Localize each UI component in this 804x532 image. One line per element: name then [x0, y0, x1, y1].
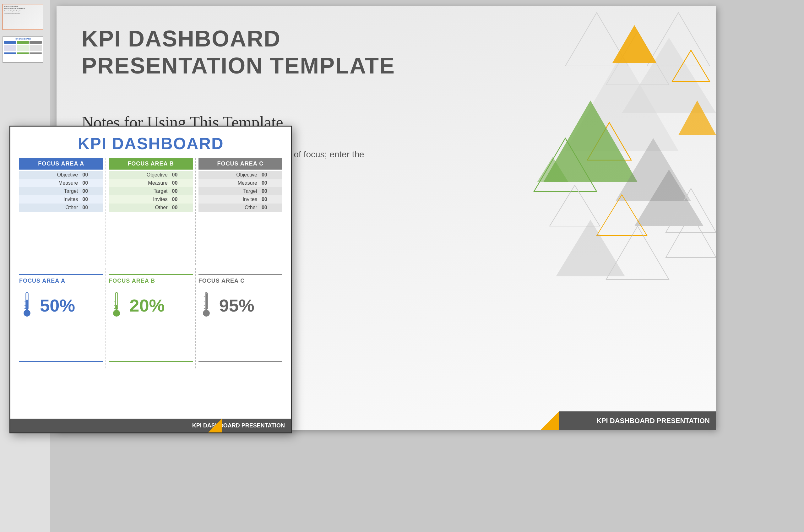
row-label: Target [19, 187, 80, 195]
row-value: 00 [170, 179, 193, 187]
kpi-table-b: Objective 00 Measure 00 Target 00 Invite… [109, 171, 193, 212]
row-label: Other [19, 204, 80, 212]
footer-accent [540, 412, 559, 430]
dashboard-footer-text: KPI DASHBOARD PRESENTATION [192, 422, 285, 429]
row-label: Invites [198, 195, 260, 204]
row-value: 00 [260, 179, 282, 187]
kpi-grid-top: FOCUS AREA A Objective 00 Measure 00 Tar… [11, 158, 291, 265]
table-row: Target 00 [198, 187, 282, 195]
kpi-percent-b: 20% [129, 295, 165, 316]
table-row: Target 00 [19, 187, 103, 195]
row-label: Measure [109, 179, 170, 187]
row-label: Invites [109, 195, 170, 204]
row-label: Measure [198, 179, 260, 187]
slide-thumbnail-1[interactable]: KPI DASHBOARDPRESENTATION TEMPLATE Notes… [2, 4, 43, 30]
table-row: Measure 00 [19, 179, 103, 187]
focus-label-a: FOCUS AREA A [19, 278, 65, 284]
row-label: Invites [19, 195, 80, 204]
row-value: 00 [170, 187, 193, 195]
thermo-row-a: 50% [19, 291, 75, 319]
table-row: Invites 00 [198, 195, 282, 204]
thermometer-icon-c [198, 291, 214, 319]
row-value: 00 [80, 187, 103, 195]
kpi-bottom-col-b: FOCUS AREA B 20% [106, 268, 196, 368]
table-row: Objective 00 [198, 171, 282, 179]
row-value: 00 [170, 195, 193, 204]
row-value: 00 [80, 195, 103, 204]
slide-thumbnail-2[interactable]: KPI DASHBOARD [2, 36, 43, 63]
table-row: Objective 00 [109, 171, 193, 179]
thermo-row-b: 20% [109, 291, 165, 319]
slide1-title: KPI DASHBOARD PRESENTATION TEMPLATE [82, 25, 395, 79]
table-row: Other 00 [19, 204, 103, 212]
table-row: Other 00 [198, 204, 282, 212]
row-label: Other [109, 204, 170, 212]
row-value: 00 [170, 204, 193, 212]
triangles-decoration [434, 6, 716, 430]
kpi-bottom-col-a: FOCUS AREA A 50% [17, 268, 106, 368]
dashboard-title: KPI DASHBOARD [11, 127, 291, 158]
thermo-row-c: 95% [198, 291, 254, 319]
kpi-column-a: FOCUS AREA A Objective 00 Measure 00 Tar… [17, 158, 106, 265]
focus-header-a: FOCUS AREA A [19, 158, 103, 170]
table-row: Measure 00 [198, 179, 282, 187]
focus-label-c: FOCUS AREA C [198, 278, 245, 284]
table-row: Other 00 [109, 204, 193, 212]
row-label: Target [198, 187, 260, 195]
table-row: Objective 00 [19, 171, 103, 179]
row-value: 00 [260, 195, 282, 204]
row-value: 00 [170, 171, 193, 179]
kpi-table-a: Objective 00 Measure 00 Target 00 Invite… [19, 171, 103, 212]
slide1-footer: KPI DASHBOARD PRESENTATION [559, 412, 716, 430]
dashboard-footer: KPI DASHBOARD PRESENTATION [11, 419, 291, 433]
kpi-percent-a: 50% [40, 295, 75, 316]
slide1-footer-text: KPI DASHBOARD PRESENTATION [596, 417, 710, 425]
row-value: 00 [80, 204, 103, 212]
table-row: Invites 00 [109, 195, 193, 204]
table-row: Invites 00 [19, 195, 103, 204]
row-label: Other [198, 204, 260, 212]
row-label: Objective [19, 171, 80, 179]
kpi-bottom: FOCUS AREA A 50% FOCUS AREA B [11, 268, 291, 368]
row-value: 00 [260, 187, 282, 195]
dashboard-slide: KPI DASHBOARD FOCUS AREA A Objective 00 … [9, 126, 292, 433]
separator-c [198, 274, 282, 275]
separator-b-bottom [109, 361, 193, 362]
svg-rect-21 [26, 300, 28, 310]
svg-marker-17 [556, 220, 625, 277]
separator-b [109, 274, 193, 275]
row-value: 00 [260, 171, 282, 179]
thermometer-icon-a [19, 291, 35, 319]
dashboard-footer-accent [208, 419, 222, 433]
kpi-column-b: FOCUS AREA B Objective 00 Measure 00 Tar… [106, 158, 196, 265]
table-row: Target 00 [109, 187, 193, 195]
svg-point-22 [23, 310, 31, 317]
row-value: 00 [80, 171, 103, 179]
kpi-column-c: FOCUS AREA C Objective 00 Measure 00 Tar… [196, 158, 285, 265]
focus-header-c: FOCUS AREA C [198, 158, 282, 170]
row-value: 00 [260, 204, 282, 212]
table-row: Measure 00 [109, 179, 193, 187]
separator-c-bottom [198, 361, 282, 362]
separator-a-bottom [19, 361, 103, 362]
focus-header-b: FOCUS AREA B [109, 158, 193, 170]
row-label: Objective [198, 171, 260, 179]
focus-label-b: FOCUS AREA B [109, 278, 155, 284]
row-label: Target [109, 187, 170, 195]
svg-point-28 [113, 310, 120, 317]
separator-a [19, 274, 103, 275]
row-label: Measure [19, 179, 80, 187]
row-value: 00 [80, 179, 103, 187]
svg-point-34 [203, 310, 210, 317]
thermometer-icon-b [109, 291, 125, 319]
kpi-percent-c: 95% [219, 295, 254, 316]
kpi-table-c: Objective 00 Measure 00 Target 00 Invite… [198, 171, 282, 212]
svg-rect-27 [116, 305, 117, 310]
kpi-bottom-col-c: FOCUS AREA C 95% [196, 268, 285, 368]
row-label: Objective [109, 171, 170, 179]
svg-rect-33 [205, 293, 207, 310]
svg-marker-5 [612, 25, 656, 63]
